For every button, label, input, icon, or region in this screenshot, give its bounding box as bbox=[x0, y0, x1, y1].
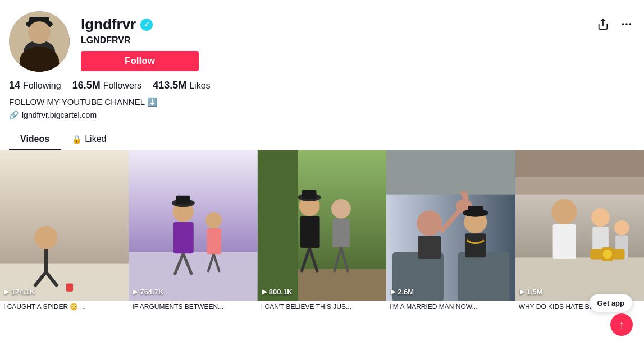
play-icon: ▶ bbox=[391, 288, 395, 296]
bio-text: FOLLOW MY YOUTUBE CHANNEL ⬇️ bbox=[9, 97, 635, 107]
stats-row: 14 Following 16.5M Followers 413.5M Like… bbox=[9, 80, 635, 91]
following-count: 14 bbox=[9, 80, 20, 91]
view-count-value: 2.6M bbox=[398, 288, 414, 296]
profile-header: lgndfrvr LGNDFRVR Follow bbox=[9, 11, 635, 72]
svg-rect-40 bbox=[332, 219, 350, 247]
avatar bbox=[9, 11, 70, 72]
view-count: ▶ 2.6M bbox=[391, 288, 414, 296]
view-count-value: 764.7K bbox=[140, 288, 163, 296]
svg-line-56 bbox=[467, 192, 468, 200]
lock-icon: 🔒 bbox=[72, 135, 81, 144]
video-title: I'M A MARRIED MAN NOW... bbox=[386, 301, 515, 315]
tabs-row: Videos 🔒 Liked bbox=[9, 128, 635, 150]
svg-rect-47 bbox=[386, 150, 515, 195]
video-card[interactable]: ▶ 764.7K IF ARGUMENTS BETWEEN... bbox=[129, 150, 257, 315]
svg-rect-44 bbox=[302, 190, 317, 199]
video-title: I CAUGHT A SPIDER 😳 ... bbox=[0, 301, 129, 315]
video-title: I CAN'T BELIEVE THIS JUS... bbox=[258, 301, 386, 315]
video-thumbnail: ▶ 800.1K bbox=[258, 150, 386, 301]
svg-point-1 bbox=[29, 22, 49, 43]
verified-badge bbox=[140, 19, 153, 31]
svg-rect-5 bbox=[29, 17, 49, 27]
link-icon: 🔗 bbox=[9, 110, 19, 119]
svg-point-7 bbox=[622, 23, 624, 25]
video-thumbnail: ▶ 1.5M bbox=[515, 150, 644, 301]
svg-rect-22 bbox=[173, 222, 194, 253]
videos-grid: ▶ 174.1K I CAUGHT A SPIDER 😳 ... bbox=[0, 150, 644, 315]
link-row: 🔗 lgndfrvr.bigcartel.com bbox=[9, 110, 635, 119]
svg-rect-36 bbox=[300, 216, 320, 248]
play-icon: ▶ bbox=[520, 288, 524, 296]
svg-point-9 bbox=[629, 23, 632, 25]
video-card[interactable]: ▶ 800.1K I CAN'T BELIEVE THIS JUS... bbox=[258, 150, 386, 315]
svg-rect-51 bbox=[418, 236, 441, 259]
svg-point-25 bbox=[206, 212, 222, 228]
svg-point-3 bbox=[24, 40, 55, 63]
video-card[interactable]: ▶ 2.6M I'M A MARRIED MAN NOW... bbox=[386, 150, 515, 315]
tab-liked-label: Liked bbox=[85, 134, 106, 144]
video-thumbnail: ▶ 2.6M bbox=[386, 150, 515, 301]
view-count: ▶ 764.7K bbox=[133, 288, 163, 296]
avatar-image bbox=[9, 11, 70, 72]
svg-rect-26 bbox=[207, 228, 222, 254]
play-icon: ▶ bbox=[133, 288, 138, 296]
svg-point-8 bbox=[625, 23, 628, 25]
tab-liked[interactable]: 🔒 Liked bbox=[61, 128, 117, 150]
action-icons bbox=[595, 11, 635, 33]
followers-count: 16.5M bbox=[72, 80, 101, 91]
back-to-top-icon: ↑ bbox=[619, 319, 624, 331]
play-icon: ▶ bbox=[262, 288, 267, 296]
username: lgndfrvr bbox=[81, 16, 136, 33]
view-count: ▶ 800.1K bbox=[262, 288, 293, 296]
svg-point-74 bbox=[602, 250, 611, 259]
view-count-value: 174.1K bbox=[11, 288, 35, 296]
video-title: IF ARGUMENTS BETWEEN... bbox=[129, 301, 257, 315]
following-stat: 14 Following bbox=[9, 80, 61, 91]
svg-point-13 bbox=[34, 226, 57, 249]
svg-rect-30 bbox=[176, 196, 190, 204]
svg-rect-34 bbox=[258, 150, 298, 301]
svg-point-50 bbox=[417, 210, 442, 236]
view-count: ▶ 1.5M bbox=[520, 288, 543, 296]
svg-rect-67 bbox=[552, 224, 576, 259]
profile-link[interactable]: lgndfrvr.bigcartel.com bbox=[22, 110, 97, 119]
profile-section: lgndfrvr LGNDFRVR Follow bbox=[0, 0, 644, 150]
follow-button[interactable]: Follow bbox=[81, 51, 199, 71]
profile-info: lgndfrvr LGNDFRVR Follow bbox=[81, 11, 583, 71]
following-label: Following bbox=[23, 81, 61, 91]
get-app-button[interactable]: Get app bbox=[589, 294, 633, 312]
username-row: lgndfrvr bbox=[81, 16, 583, 33]
view-count-value: 800.1K bbox=[269, 288, 293, 296]
svg-rect-58 bbox=[465, 233, 486, 257]
video-thumbnail: ▶ 764.7K bbox=[129, 150, 257, 301]
play-icon: ▶ bbox=[4, 288, 9, 296]
svg-rect-64 bbox=[515, 177, 644, 195]
svg-point-70 bbox=[614, 220, 629, 236]
view-count-value: 1.5M bbox=[527, 288, 543, 296]
video-card[interactable]: ▶ 174.1K I CAUGHT A SPIDER 😳 ... bbox=[0, 150, 129, 315]
tab-videos[interactable]: Videos bbox=[9, 128, 61, 150]
tab-videos-label: Videos bbox=[20, 134, 49, 144]
followers-label: Followers bbox=[103, 81, 141, 91]
likes-stat: 413.5M Likes bbox=[153, 80, 210, 91]
more-options-button[interactable] bbox=[618, 16, 635, 33]
share-button[interactable] bbox=[595, 16, 611, 33]
view-count: ▶ 174.1K bbox=[4, 288, 35, 296]
followers-stat: 16.5M Followers bbox=[72, 80, 142, 91]
svg-rect-17 bbox=[66, 283, 73, 291]
svg-rect-60 bbox=[468, 206, 483, 214]
svg-rect-49 bbox=[458, 252, 509, 301]
svg-point-68 bbox=[591, 208, 610, 227]
display-name: LGNDFRVR bbox=[81, 35, 583, 45]
video-card[interactable]: ▶ 1.5M WHY DO KIDS HATE BED... bbox=[515, 150, 644, 315]
likes-count: 413.5M bbox=[153, 80, 186, 91]
video-thumbnail: ▶ 174.1K bbox=[0, 150, 129, 301]
svg-point-39 bbox=[331, 199, 351, 219]
likes-label: Likes bbox=[189, 81, 210, 91]
svg-rect-2 bbox=[19, 52, 60, 72]
back-to-top-button[interactable]: ↑ bbox=[610, 313, 633, 336]
svg-point-66 bbox=[551, 199, 577, 224]
